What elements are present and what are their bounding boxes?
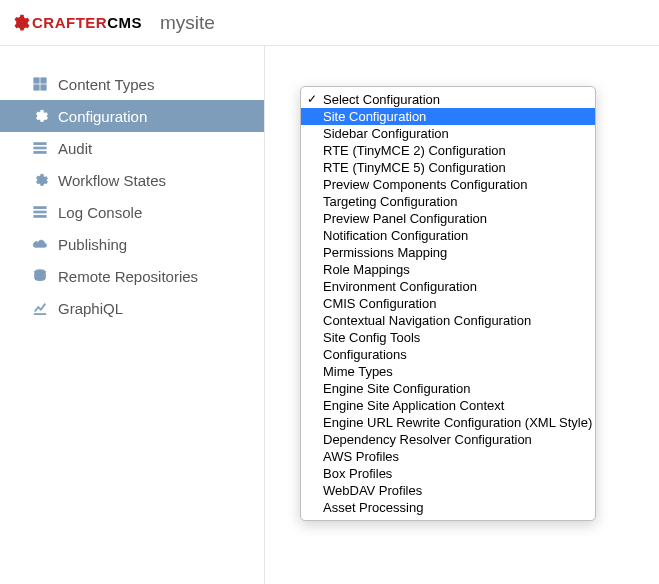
sidebar-item-label: Configuration: [58, 108, 147, 125]
dropdown-option[interactable]: RTE (TinyMCE 2) Configuration: [301, 142, 595, 159]
svg-rect-2: [34, 85, 39, 90]
sidebar-item-label: Workflow States: [58, 172, 166, 189]
list-icon: [32, 204, 48, 220]
dropdown-option[interactable]: Notification Configuration: [301, 227, 595, 244]
svg-rect-5: [34, 147, 46, 149]
svg-rect-3: [41, 85, 46, 90]
svg-rect-7: [34, 207, 46, 209]
dropdown-option[interactable]: CMIS Configuration: [301, 295, 595, 312]
dropdown-option[interactable]: Select Configuration✓: [301, 91, 595, 108]
svg-rect-4: [34, 143, 46, 145]
dropdown-option[interactable]: Preview Panel Configuration: [301, 210, 595, 227]
dropdown-option[interactable]: Contextual Navigation Configuration: [301, 312, 595, 329]
sidebar-item-label: Audit: [58, 140, 92, 157]
gear-icon: [10, 13, 30, 33]
sidebar-item-configuration[interactable]: Configuration: [0, 100, 264, 132]
sidebar-item-publishing[interactable]: Publishing: [0, 228, 264, 260]
dropdown-option[interactable]: Configurations: [301, 346, 595, 363]
cloud-icon: [32, 236, 48, 252]
dropdown-option[interactable]: Mime Types: [301, 363, 595, 380]
dropdown-option[interactable]: RTE (TinyMCE 5) Configuration: [301, 159, 595, 176]
sidebar-item-label: Remote Repositories: [58, 268, 198, 285]
sidebar-item-label: GraphiQL: [58, 300, 123, 317]
svg-rect-8: [34, 211, 46, 213]
dropdown-option[interactable]: Environment Configuration: [301, 278, 595, 295]
dropdown-option[interactable]: AWS Profiles: [301, 448, 595, 465]
dropdown-option[interactable]: Engine URL Rewrite Configuration (XML St…: [301, 414, 595, 431]
body: Content TypesConfigurationAuditWorkflow …: [0, 46, 659, 584]
svg-rect-9: [34, 216, 46, 218]
dropdown-option[interactable]: Box Profiles: [301, 465, 595, 482]
svg-rect-0: [34, 78, 39, 83]
list-icon: [32, 140, 48, 156]
dropdown-option[interactable]: Sidebar Configuration: [301, 125, 595, 142]
sidebar-item-content-types[interactable]: Content Types: [0, 68, 264, 100]
dropdown-option[interactable]: Engine Site Configuration: [301, 380, 595, 397]
sidebar-item-graphiql[interactable]: GraphiQL: [0, 292, 264, 324]
dropdown-option[interactable]: Asset Processing: [301, 499, 595, 516]
database-icon: [32, 268, 48, 284]
sidebar-item-remote-repositories[interactable]: Remote Repositories: [0, 260, 264, 292]
site-name[interactable]: mysite: [160, 12, 215, 34]
header: CRAFTERCMS mysite: [0, 0, 659, 46]
sidebar-item-label: Content Types: [58, 76, 154, 93]
gear-icon: [32, 172, 48, 188]
configuration-dropdown[interactable]: Select Configuration✓Site ConfigurationS…: [300, 86, 596, 521]
dropdown-option[interactable]: Site Configuration: [301, 108, 595, 125]
dropdown-option[interactable]: Dependency Resolver Configuration: [301, 431, 595, 448]
chart-icon: [32, 300, 48, 316]
gear-icon: [32, 108, 48, 124]
check-icon: ✓: [307, 91, 317, 108]
brand-name: CRAFTERCMS: [32, 14, 142, 31]
sidebar-item-workflow-states[interactable]: Workflow States: [0, 164, 264, 196]
grid-icon: [32, 76, 48, 92]
sidebar: Content TypesConfigurationAuditWorkflow …: [0, 46, 265, 584]
brand-logo[interactable]: CRAFTERCMS: [10, 13, 142, 33]
sidebar-item-label: Log Console: [58, 204, 142, 221]
dropdown-option[interactable]: Targeting Configuration: [301, 193, 595, 210]
main-content: Select Configuration✓Site ConfigurationS…: [265, 46, 659, 584]
dropdown-option[interactable]: Engine Site Application Context: [301, 397, 595, 414]
dropdown-option[interactable]: Preview Components Configuration: [301, 176, 595, 193]
sidebar-item-audit[interactable]: Audit: [0, 132, 264, 164]
sidebar-item-label: Publishing: [58, 236, 127, 253]
dropdown-option[interactable]: Site Config Tools: [301, 329, 595, 346]
dropdown-option[interactable]: WebDAV Profiles: [301, 482, 595, 499]
svg-rect-6: [34, 152, 46, 154]
dropdown-option[interactable]: Role Mappings: [301, 261, 595, 278]
dropdown-option[interactable]: Permissions Mapping: [301, 244, 595, 261]
sidebar-item-log-console[interactable]: Log Console: [0, 196, 264, 228]
svg-rect-1: [41, 78, 46, 83]
